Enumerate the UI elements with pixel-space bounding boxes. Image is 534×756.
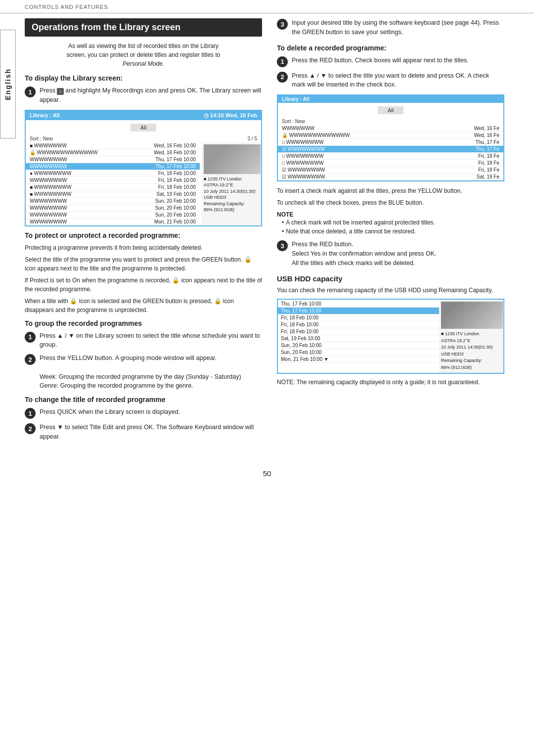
english-tab: English bbox=[0, 30, 16, 138]
library-row: WWWWWWWWSun, 20 Feb 10:00 bbox=[26, 205, 200, 212]
usb-label: USB HDD3 bbox=[204, 194, 259, 201]
library-row: ☑ WWWWWWWWFri, 18 Fe bbox=[278, 167, 503, 174]
library-thumb bbox=[204, 144, 261, 174]
library-screen-header: Library : All ◷ 14:15 Wed, 16 Feb bbox=[26, 111, 261, 120]
library-row: WWWWWWWWFri, 18 Feb 10:00 bbox=[26, 177, 200, 184]
usb-title: USB HDD capacity bbox=[277, 274, 504, 283]
delete-step-num-2: 2 bbox=[277, 72, 288, 83]
page-header: CONTROLS AND FEATURES bbox=[0, 0, 534, 13]
group-step-2-text: Press the YELLOW button. A grouping mode… bbox=[40, 354, 262, 391]
right-column: 3 Input your desired title by using the … bbox=[277, 18, 504, 445]
delete-step-2-text: Press ▲ / ▼ to select the title you want… bbox=[292, 71, 504, 90]
library-header-left: Library : All bbox=[30, 112, 60, 119]
delete-library-header: Library : All bbox=[278, 95, 503, 103]
library-row-highlighted: ☑ WWWWWWWWThu, 17 Fe bbox=[278, 146, 503, 153]
library-info-panel: ■ 1235 ITV London ASTRA 19.2°E 10 July 2… bbox=[202, 142, 261, 225]
intro-text: As well as viewing the list of recorded … bbox=[25, 42, 262, 68]
protect-para2: Select the title of the programme you wa… bbox=[25, 255, 262, 273]
protect-para4: When a title with 🔒 icon is selected and… bbox=[25, 297, 262, 314]
display-library-title: To display the Library screen: bbox=[25, 74, 262, 82]
library-row: WWWWWWWWed, 16 Fe bbox=[278, 125, 503, 132]
delete-step-3: 3 Press the RED button. Select Yes in th… bbox=[277, 240, 504, 267]
page-container: English CONTROLS AND FEATURES Operations… bbox=[0, 0, 534, 756]
satellite-info: ASTRA 19.2°E bbox=[204, 182, 259, 188]
capacity-value: 86% (912.0GB) bbox=[204, 207, 259, 213]
usb-label: USB HDD3 bbox=[441, 351, 501, 358]
delete-step-1: 1 Press the RED button. Check boxes will… bbox=[277, 56, 504, 67]
change-title-title: To change the title of recorded programm… bbox=[25, 396, 262, 403]
library-row: □ WWWWWWWWFri, 18 Fe bbox=[278, 153, 503, 160]
group-step-2: 2 Press the YELLOW button. A grouping mo… bbox=[25, 354, 262, 391]
capacity-label: Remaining Capacity: bbox=[204, 201, 259, 207]
lock-icon: 🔒 bbox=[244, 256, 252, 263]
protect-para1: Protecting a programme prevents it from … bbox=[25, 243, 262, 252]
change-step-3: 3 Input your desired title by using the … bbox=[277, 18, 504, 37]
library-row: □ WWWWWWWWThu, 17 Fe bbox=[278, 139, 503, 146]
library-row: ● WWWWWWWWFri, 18 Feb 10:00 bbox=[26, 170, 200, 177]
lock-icon2: 🔒 bbox=[172, 277, 179, 284]
library-row: □ WWWWWWWWFri, 18 Fe bbox=[278, 160, 503, 167]
lock-icon4: 🔒 bbox=[214, 298, 222, 305]
usb-capacity-value: 86% (912.0GB) bbox=[441, 364, 501, 371]
usb-row: Sat, 19 Feb 10:00 bbox=[278, 335, 439, 342]
left-column: Operations from the Library screen As we… bbox=[25, 18, 262, 445]
usb-list: Thu, 17 Feb 10:00 Thu, 17 Feb 10:00 Fri,… bbox=[278, 300, 439, 373]
usb-row: Mon, 21 Feb 10:00 ▼ bbox=[278, 356, 439, 363]
usb-capacity-label: Remaining Capacity: bbox=[441, 357, 501, 364]
library-row: ■ WWWWWWWWFri, 18 Feb 10:00 bbox=[26, 184, 200, 191]
english-label: English bbox=[4, 68, 12, 100]
change-step-1-text: Press QUICK when the Library screen is d… bbox=[40, 407, 262, 417]
library-row: WWWWWWWWMon, 21 Feb 10:00 bbox=[26, 219, 200, 225]
step-num-1: 1 bbox=[25, 87, 36, 97]
library-rows: ■ WWWWWWWWed, 16 Feb 10:00 🔒 WWWWWWWWWWW… bbox=[26, 142, 261, 225]
change-step-num-3: 3 bbox=[277, 19, 288, 30]
note-title: NOTE bbox=[277, 211, 504, 218]
usb-screen-mock: Thu, 17 Feb 10:00 Thu, 17 Feb 10:00 Fri,… bbox=[277, 299, 504, 374]
usb-channel: ■ 1235 ITV London bbox=[441, 331, 501, 338]
page-number: 50 bbox=[0, 460, 534, 483]
delete-step-1-text: Press the RED button. Check boxes will a… bbox=[292, 56, 504, 65]
main-content: Operations from the Library screen As we… bbox=[0, 13, 534, 460]
channel-info: ■ 1235 ITV London bbox=[204, 176, 259, 182]
change-step-3-text: Input your desired title by using the so… bbox=[292, 18, 504, 37]
date-info: 10 July 2011 14:30(01:30) bbox=[204, 188, 259, 195]
lock-icon3: 🔒 bbox=[70, 298, 77, 305]
delete-step-num-1: 1 bbox=[277, 56, 288, 67]
delete-title: To delete a recorded programme: bbox=[277, 44, 504, 52]
usb-info-panel: ■ 1235 ITV London ASTRA 19.2°E 10 July 2… bbox=[439, 300, 503, 373]
change-step-2-text: Press ▼ to select Title Edit and press O… bbox=[40, 423, 262, 442]
delete-all-btn[interactable]: All bbox=[378, 106, 403, 114]
protect-para3: If Protect is set to On when the program… bbox=[25, 276, 262, 294]
library-row: WWWWWWWWSun, 20 Feb 10:00 bbox=[26, 212, 200, 219]
usb-date-info: 10 July 2011 14:30(01:30) bbox=[441, 344, 501, 351]
section-title: Operations from the Library screen bbox=[25, 18, 262, 37]
library-row: 🔒 WWWWWWWWWWWWWWed, 16 Fe bbox=[278, 132, 503, 139]
usb-row: Thu, 17 Feb 10:00 bbox=[278, 301, 439, 308]
usb-row: Sun, 20 Feb 10:00 bbox=[278, 349, 439, 356]
yellow-note: To insert a check mark against all the t… bbox=[277, 186, 504, 195]
delete-step-num-3: 3 bbox=[277, 240, 288, 251]
change-step-2: 2 Press ▼ to select Title Edit and press… bbox=[25, 423, 262, 442]
library-all-btn[interactable]: All bbox=[131, 124, 156, 132]
header-text: CONTROLS AND FEATURES bbox=[25, 4, 108, 10]
usb-row-highlighted: Thu, 17 Feb 10:00 bbox=[278, 308, 439, 314]
delete-step-3-text: Press the RED button. Select Yes in the … bbox=[292, 240, 504, 267]
note-bullet-2: • Note that once deleted, a title cannot… bbox=[282, 227, 504, 236]
usb-row: Fri, 18 Feb 10:00 bbox=[278, 328, 439, 335]
blue-note: To uncheck all the check boxes, press th… bbox=[277, 198, 504, 207]
library-row: ■ WWWWWWWWSat, 19 Feb 10:00 bbox=[26, 191, 200, 198]
delete-sort-row: Sort : New bbox=[278, 118, 503, 125]
note-bullet-1: • A check mark will not be inserted agai… bbox=[282, 218, 504, 227]
library-row: ■ WWWWWWWWed, 16 Feb 10:00 bbox=[26, 142, 200, 149]
group-title: To group the recorded programmes bbox=[25, 319, 262, 327]
library-sort-row: Sort : New 3 / 5 bbox=[26, 135, 261, 142]
library-header-right: ◷ 14:15 Wed, 16 Feb bbox=[204, 112, 257, 119]
group-step-1: 1 Press ▲ / ▼ on the Library screen to s… bbox=[25, 331, 262, 350]
change-step-1: 1 Press QUICK when the Library screen is… bbox=[25, 407, 262, 419]
library-row: WWWWWWWWSun, 20 Feb 10:00 bbox=[26, 198, 200, 205]
group-step-num-2: 2 bbox=[25, 354, 36, 365]
delete-step-2: 2 Press ▲ / ▼ to select the title you wa… bbox=[277, 71, 504, 90]
usb-row: Fri, 18 Feb 10:00 bbox=[278, 321, 439, 328]
library-screen-mock: Library : All ◷ 14:15 Wed, 16 Feb All So… bbox=[25, 110, 262, 226]
usb-row: Fri, 18 Feb 10:00 bbox=[278, 314, 439, 321]
